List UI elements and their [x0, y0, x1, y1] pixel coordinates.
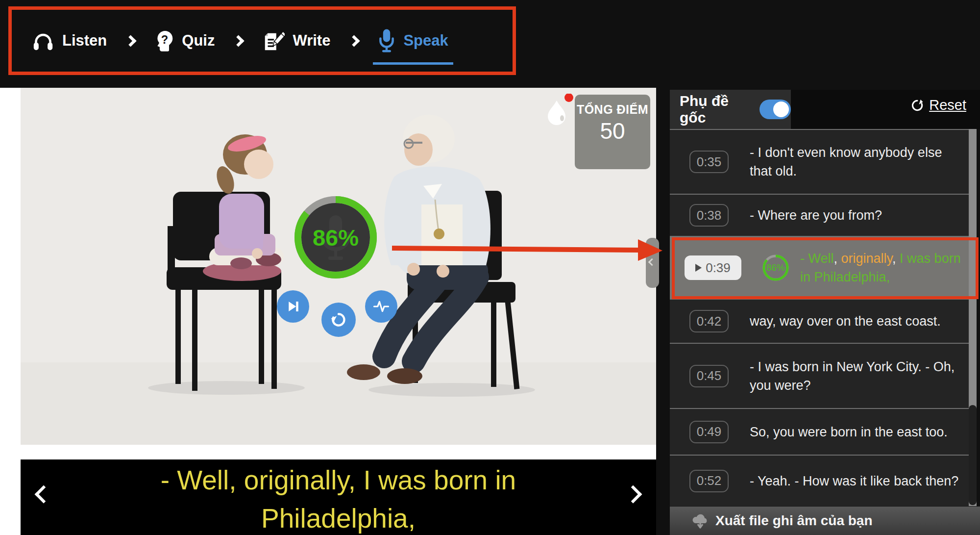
pronunciation-score-circle: 86% [294, 196, 377, 279]
score-badge-title: TỔNG ĐIỂM [575, 102, 650, 117]
pronunciation-score-value: 86% [294, 196, 377, 279]
row-score-circle: 86% [762, 254, 789, 281]
replay-icon [330, 311, 347, 329]
subtitle-row[interactable]: 0:38- Where are you from? [670, 195, 969, 237]
tab-listen[interactable]: Listen [32, 30, 107, 51]
tab-write[interactable]: Write [262, 29, 330, 52]
subtitle-row[interactable]: 0:49So, you were born in the east too. [670, 409, 969, 456]
play-icon [695, 264, 702, 272]
timestamp-label: 0:38 [697, 208, 722, 223]
timestamp-pill[interactable]: 0:39 [685, 255, 741, 280]
refresh-icon [910, 98, 925, 113]
export-recording-button[interactable]: Xuất file ghi âm của bạn [670, 506, 980, 535]
subtitle-row[interactable]: 0:45- I was born in New York City. - Oh,… [670, 344, 969, 409]
score-badge: TỔNG ĐIỂM 50 [575, 95, 650, 169]
step-nav: Listen ? Quiz Wri [8, 6, 516, 75]
timestamp-pill[interactable]: 0:35 [689, 151, 729, 173]
chevron-left-icon [648, 258, 656, 266]
timestamp-pill[interactable]: 0:38 [689, 204, 729, 227]
water-drop-icon [546, 94, 575, 126]
tab-quiz-label: Quiz [182, 32, 215, 50]
tab-speak-label: Speak [403, 32, 448, 50]
caption-line-2: Philadelphia, [21, 503, 656, 534]
waveform-button[interactable] [365, 290, 397, 323]
subtitle-toggle[interactable] [760, 100, 791, 119]
sidebar-collapse-handle[interactable] [646, 238, 659, 288]
headphones-icon [32, 30, 54, 51]
scrollbar-thumb[interactable] [969, 405, 977, 505]
sidebar-header: Phụ đề gốc [670, 90, 791, 129]
subtitle-text: - Where are you from? [750, 206, 890, 225]
skip-next-icon [286, 299, 300, 314]
subtitle-sidebar: Phụ đề gốc Reset 0:35- I don't even know… [670, 0, 980, 535]
waveform-icon [373, 299, 390, 314]
timestamp-pill[interactable]: 0:42 [689, 310, 729, 332]
timestamp-pill[interactable]: 0:49 [689, 421, 729, 443]
tab-quiz[interactable]: ? Quiz [154, 29, 215, 52]
quiz-head-icon: ? [154, 29, 174, 52]
subtitle-text: - I was born in New York City. - Oh, you… [750, 357, 969, 395]
skip-next-button[interactable] [277, 290, 309, 323]
tab-write-label: Write [293, 32, 330, 50]
scrollbar[interactable] [969, 129, 977, 506]
export-recording-label: Xuất file ghi âm của bạn [715, 513, 873, 529]
toggle-knob [773, 102, 789, 117]
row-score-value: 86% [762, 254, 789, 281]
timestamp-pill[interactable]: 0:45 [689, 365, 729, 387]
reset-button[interactable]: Reset [910, 97, 966, 113]
timestamp-label: 0:49 [697, 424, 722, 439]
reset-label: Reset [929, 97, 966, 113]
chevron-right-icon [125, 35, 137, 47]
microphone-icon [378, 28, 395, 53]
subtitle-text: - Yeah. - How was it like back then? [750, 472, 966, 490]
subtitle-text: - Well, originally, I was born in Philad… [800, 249, 969, 286]
subtitle-row[interactable]: 0:3986%- Well, originally, I was born in… [670, 237, 969, 300]
subtitle-text: - I don't even know anybody else that ol… [750, 143, 969, 180]
chevron-right-icon [348, 35, 360, 47]
subtitle-text: So, you were born in the east too. [750, 423, 956, 441]
chevron-right-icon [233, 35, 245, 47]
score-badge-value: 50 [575, 118, 650, 144]
tab-listen-label: Listen [62, 32, 107, 50]
subtitle-row[interactable]: 0:35- I don't even know anybody else tha… [670, 130, 969, 195]
replay-button[interactable] [321, 303, 356, 337]
timestamp-label: 0:35 [697, 154, 722, 170]
write-note-icon [262, 29, 285, 52]
svg-text:?: ? [161, 33, 168, 46]
record-dot-icon [564, 94, 573, 102]
subtitles-title: Phụ đề gốc [680, 93, 752, 126]
tab-speak[interactable]: Speak [378, 28, 448, 53]
caption-line-1: - Well, originally, I was born in [21, 464, 656, 496]
cloud-download-icon [691, 513, 709, 529]
timestamp-label: 0:42 [697, 314, 722, 329]
subtitle-row[interactable]: 0:52- Yeah. - How was it like back then? [670, 456, 969, 507]
timestamp-label: 0:52 [697, 473, 722, 488]
timestamp-label: 0:39 [706, 260, 731, 276]
video-caption-bar: - Well, originally, I was born in Philad… [21, 459, 656, 535]
timestamp-pill[interactable]: 0:52 [689, 470, 729, 492]
subtitle-row[interactable]: 0:42way, way over on the east coast. [670, 300, 969, 344]
subtitle-text: way, way over on the east coast. [750, 312, 949, 331]
subtitle-list: 0:35- I don't even know anybody else tha… [670, 129, 969, 507]
video-player[interactable]: TỔNG ĐIỂM 50 86% [21, 88, 656, 445]
timestamp-label: 0:45 [697, 368, 722, 383]
app-root: Listen ? Quiz Wri [0, 0, 980, 535]
